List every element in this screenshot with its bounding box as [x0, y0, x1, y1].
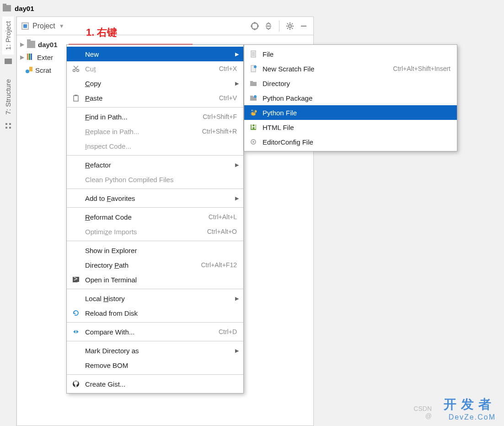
context-item-show-in-explorer[interactable]: Show in Explorer: [67, 243, 243, 258]
chevron-right-icon[interactable]: ▶: [19, 54, 25, 60]
context-item-paste[interactable]: PasteCtrl+V: [67, 91, 243, 105]
folder-icon: [3, 5, 11, 11]
project-panel-header: Project ▼: [17, 17, 313, 35]
context-item-cut[interactable]: CutCtrl+X: [67, 61, 243, 76]
new-submenu-item-python-package[interactable]: Python Package: [244, 91, 457, 105]
context-item-replace-in-path-[interactable]: Replace in Path...Ctrl+Shift+R: [67, 124, 243, 139]
new-submenu-item-editorconfig-file[interactable]: EditorConfig File: [244, 135, 457, 149]
folder-gutter-icon: [5, 57, 12, 65]
new-submenu-item-new-scratch-file[interactable]: New Scratch FileCtrl+Alt+Shift+Insert: [244, 61, 457, 76]
context-item-new[interactable]: New▶: [67, 47, 243, 61]
shortcut-label: Ctrl+X: [219, 65, 237, 72]
shortcut-label: Ctrl+Alt+Shift+Insert: [393, 65, 450, 72]
context-menu[interactable]: New▶CutCtrl+XCopy▶PasteCtrl+VFind in Pat…: [66, 44, 244, 394]
folder-icon: [27, 41, 35, 48]
menu-item-label: Clean Python Compiled Files: [85, 176, 237, 183]
watermark-small: DevZe.CoM: [444, 413, 496, 421]
context-item-add-to-favorites[interactable]: Add to Favorites▶: [67, 191, 243, 205]
chevron-right-icon: ▶: [235, 51, 239, 57]
new-submenu-item-directory[interactable]: Directory: [244, 76, 457, 91]
chevron-right-icon[interactable]: ▶: [19, 41, 25, 48]
blank-icon: [71, 361, 80, 370]
tool-window-tabs: 1: Project 7: Structure: [0, 16, 16, 426]
chevron-right-icon: ▶: [235, 162, 239, 168]
context-item-remove-bom[interactable]: Remove BOM: [67, 358, 243, 372]
svg-rect-40: [250, 96, 253, 97]
menu-item-label: Python File: [263, 109, 450, 117]
menu-item-label: Directory Path: [85, 261, 196, 269]
new-submenu-item-file[interactable]: File: [244, 47, 457, 61]
config-icon: [249, 137, 258, 146]
menu-item-label: EditorConfig File: [263, 138, 450, 146]
file-icon: [249, 49, 258, 59]
shortcut-label: Ctrl+Alt+F12: [201, 261, 237, 269]
project-dropdown-label[interactable]: Project: [32, 22, 55, 30]
watermark-big: 开发者: [444, 396, 496, 413]
svg-rect-26: [74, 96, 78, 101]
context-item-directory-path[interactable]: Directory PathCtrl+Alt+F12: [67, 258, 243, 272]
context-item-find-in-path-[interactable]: Find in Path...Ctrl+Shift+F: [67, 109, 243, 124]
menu-item-label: New Scratch File: [263, 65, 388, 73]
svg-rect-0: [5, 123, 7, 125]
context-item-compare-with-[interactable]: Compare With...Ctrl+D: [67, 324, 243, 339]
new-submenu-item-python-file[interactable]: Python File: [244, 105, 457, 120]
menu-item-label: Open in Terminal: [85, 276, 237, 284]
chevron-down-icon[interactable]: ▼: [59, 23, 64, 29]
svg-line-16: [292, 28, 293, 29]
context-item-copy[interactable]: Copy▶: [67, 76, 243, 91]
blank-icon: [71, 127, 80, 136]
new-submenu[interactable]: FileNew Scratch FileCtrl+Alt+Shift+Inser…: [244, 44, 457, 151]
svg-point-41: [254, 95, 257, 98]
shortcut-label: Ctrl+Shift+F: [203, 113, 237, 120]
scratch-icon: [249, 64, 258, 73]
context-item-refactor[interactable]: Refactor▶: [67, 157, 243, 172]
svg-rect-21: [29, 67, 32, 71]
watermark-csdn: CSDN @: [413, 405, 432, 420]
context-item-local-history[interactable]: Local History▶: [67, 291, 243, 306]
svg-point-46: [252, 141, 254, 143]
chevron-right-icon: ▶: [235, 296, 239, 302]
menu-item-label: Create Gist...: [85, 380, 237, 388]
menu-item-label: Python Package: [263, 94, 450, 102]
blank-icon: [71, 49, 80, 59]
breadcrumb-title: day01: [15, 5, 34, 12]
expand-icon[interactable]: [263, 21, 273, 31]
context-item-clean-python-compiled-files[interactable]: Clean Python Compiled Files: [67, 172, 243, 187]
project-icon: [21, 22, 29, 30]
gear-icon[interactable]: [285, 21, 295, 31]
svg-line-15: [287, 23, 288, 24]
context-item-optimize-imports[interactable]: Optimize ImportsCtrl+Alt+O: [67, 224, 243, 239]
svg-line-17: [287, 28, 288, 29]
new-submenu-item-html-file[interactable]: HHTML File: [244, 120, 457, 135]
svg-point-4: [252, 23, 258, 29]
svg-point-10: [289, 25, 291, 27]
blank-icon: [71, 294, 80, 303]
context-item-reload-from-disk[interactable]: Reload from Disk: [67, 306, 243, 320]
context-item-reformat-code[interactable]: Reformat CodeCtrl+Alt+L: [67, 210, 243, 224]
svg-rect-27: [75, 95, 77, 96]
menu-item-label: Show in Explorer: [85, 247, 237, 254]
compare-icon: [71, 327, 80, 336]
svg-text:>_: >_: [74, 276, 80, 282]
context-item-open-in-terminal[interactable]: >_Open in Terminal: [67, 272, 243, 287]
svg-rect-1: [5, 127, 7, 129]
svg-rect-37: [250, 82, 257, 86]
context-item-mark-directory-as[interactable]: Mark Directory as▶: [67, 343, 243, 358]
blank-icon: [71, 175, 80, 184]
menu-item-label: Remove BOM: [85, 361, 237, 369]
github-icon: [71, 379, 80, 388]
svg-rect-2: [9, 123, 11, 125]
blank-icon: [71, 346, 80, 355]
shortcut-label: Ctrl+Alt+O: [207, 228, 237, 235]
structure-tool-tab[interactable]: 7: Structure: [2, 75, 14, 119]
tree-external-label: Exter: [37, 54, 53, 61]
minimize-icon[interactable]: [299, 21, 309, 31]
svg-point-20: [26, 70, 29, 73]
context-item-inspect-code-[interactable]: Inspect Code...: [67, 139, 243, 153]
project-tool-tab[interactable]: 1: Project: [2, 16, 14, 54]
context-item-create-gist-[interactable]: Create Gist...: [67, 377, 243, 391]
structure-gutter-icon: [5, 122, 12, 130]
blank-icon: [71, 194, 80, 203]
chevron-right-icon: ▶: [235, 195, 239, 201]
locate-icon[interactable]: [250, 21, 260, 31]
